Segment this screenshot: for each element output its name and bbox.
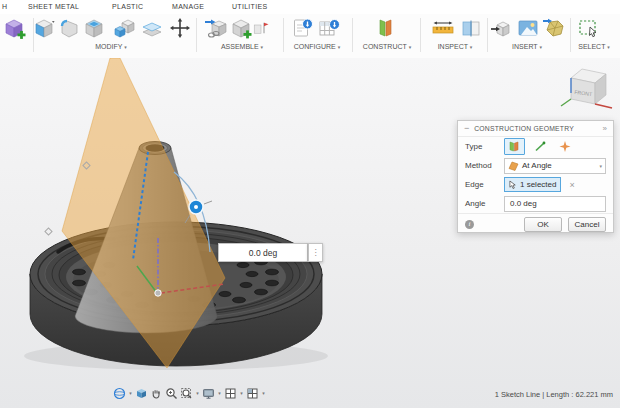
type-label: Type bbox=[465, 142, 504, 151]
chevron-down-icon: ▾ bbox=[409, 44, 412, 50]
method-value: At Angle bbox=[522, 161, 552, 170]
zoom-icon[interactable] bbox=[165, 387, 178, 400]
angle-input-menu[interactable]: ⋮ bbox=[308, 243, 323, 262]
window-zoom-icon[interactable] bbox=[180, 387, 193, 400]
angle-row: Angle 0.0 deg bbox=[458, 194, 613, 213]
tab-sheet-metal[interactable]: SHEET METAL bbox=[28, 3, 79, 10]
move-copy-icon[interactable] bbox=[168, 16, 192, 40]
toolbar-separator bbox=[196, 18, 197, 52]
chevron-down-icon: ▾ bbox=[261, 44, 264, 50]
view-cube[interactable]: FRONT bbox=[558, 62, 616, 118]
chevron-down-icon[interactable]: ▾ bbox=[128, 390, 133, 396]
plane-type-icon bbox=[507, 140, 522, 153]
chevron-down-icon: ▾ bbox=[124, 44, 127, 50]
insert-mesh-icon[interactable] bbox=[542, 16, 566, 40]
press-pull-icon[interactable] bbox=[31, 16, 55, 40]
measure-icon[interactable] bbox=[431, 16, 455, 40]
edge-row: Edge 1 selected × bbox=[458, 175, 613, 194]
chevron-down-icon: ▾ bbox=[607, 44, 610, 50]
dock-panel-icon[interactable]: » bbox=[603, 124, 607, 133]
chevron-down-icon: ▾ bbox=[599, 163, 602, 169]
viewports-icon[interactable] bbox=[246, 387, 259, 400]
edge-selection-count: 1 selected bbox=[520, 180, 556, 189]
configuration-icon[interactable] bbox=[291, 16, 315, 40]
type-row: Type bbox=[458, 137, 613, 156]
orbit-icon[interactable] bbox=[113, 387, 126, 400]
split-body-icon[interactable] bbox=[140, 16, 164, 40]
grid-icon[interactable] bbox=[224, 387, 237, 400]
edge-label: Edge bbox=[465, 180, 504, 189]
configuration-table-icon[interactable] bbox=[317, 16, 341, 40]
edge-selection-button[interactable]: 1 selected bbox=[504, 177, 561, 192]
origin-point[interactable] bbox=[155, 290, 161, 296]
toolbar-separator bbox=[570, 18, 571, 52]
insert-group-label[interactable]: INSERT ▾ bbox=[512, 43, 542, 50]
toolbar-separator bbox=[487, 18, 488, 52]
cancel-button[interactable]: Cancel bbox=[568, 217, 606, 232]
method-row: Method At Angle ▾ bbox=[458, 156, 613, 175]
joint-origin-flag-icon[interactable] bbox=[252, 16, 270, 40]
configure-group-label[interactable]: CONFIGURE ▾ bbox=[294, 43, 340, 50]
tab-partial[interactable]: H bbox=[2, 3, 7, 10]
chevron-down-icon: ▾ bbox=[338, 44, 341, 50]
cursor-icon bbox=[509, 180, 517, 190]
toolbar-separator bbox=[283, 18, 284, 52]
chevron-down-icon[interactable]: ▾ bbox=[217, 390, 222, 396]
angle-value-input[interactable]: 0.0 deg bbox=[218, 243, 308, 262]
chevron-down-icon[interactable]: ▾ bbox=[239, 390, 244, 396]
info-icon[interactable]: i bbox=[465, 220, 474, 229]
shell-icon[interactable] bbox=[82, 16, 106, 40]
display-settings-icon[interactable] bbox=[202, 387, 215, 400]
type-plane-option[interactable] bbox=[504, 138, 525, 155]
fusion-app-window: H SHEET METAL PLASTIC MANAGE UTILITIES bbox=[0, 0, 620, 408]
create-form-icon[interactable] bbox=[2, 16, 26, 40]
pan-icon[interactable] bbox=[150, 387, 163, 400]
method-label: Method bbox=[465, 161, 504, 170]
construction-plane-icon[interactable] bbox=[374, 16, 398, 40]
angle-label: Angle bbox=[465, 199, 504, 208]
look-at-icon[interactable] bbox=[135, 387, 148, 400]
dialog-header[interactable]: − CONSTRUCTION GEOMETRY » bbox=[458, 121, 613, 137]
type-axis-option[interactable] bbox=[529, 138, 550, 155]
ribbon-toolbar: MODIFY ▾ ASSEMBLE ▾ CONFIGURE ▾ CONSTRUC… bbox=[0, 14, 620, 59]
selection-status-text: 1 Sketch Line | Length : 62.221 mm bbox=[495, 390, 613, 399]
method-dropdown[interactable]: At Angle ▾ bbox=[504, 158, 606, 174]
tab-utilities[interactable]: UTILITIES bbox=[232, 3, 267, 10]
insert-derive-icon[interactable] bbox=[489, 16, 513, 40]
chevron-down-icon[interactable]: ▾ bbox=[261, 390, 266, 396]
modify-group-label[interactable]: MODIFY ▾ bbox=[95, 43, 127, 50]
fillet-icon[interactable] bbox=[57, 16, 81, 40]
canvas-icon[interactable] bbox=[516, 16, 540, 40]
clear-selection-icon[interactable]: × bbox=[569, 180, 574, 190]
navigation-dock: ▾ ▾ ▾ ▾ ▾ bbox=[113, 385, 266, 401]
at-angle-icon bbox=[508, 160, 519, 171]
toolbar-separator bbox=[352, 18, 353, 52]
select-group-label[interactable]: SELECT ▾ bbox=[578, 43, 610, 50]
dialog-footer: i OK Cancel bbox=[458, 213, 613, 234]
chevron-down-icon: ▾ bbox=[539, 44, 542, 50]
construction-geometry-dialog: − CONSTRUCTION GEOMETRY » Type Method At… bbox=[457, 120, 614, 233]
point-type-icon bbox=[558, 140, 572, 153]
chevron-down-icon[interactable]: ▾ bbox=[195, 390, 200, 396]
angle-field-value: 0.0 deg bbox=[510, 199, 537, 208]
construct-group-label[interactable]: CONSTRUCT ▾ bbox=[363, 43, 411, 50]
ok-button[interactable]: OK bbox=[524, 217, 562, 232]
section-analysis-icon[interactable] bbox=[459, 16, 483, 40]
tab-manage[interactable]: MANAGE bbox=[172, 3, 204, 10]
chevron-down-icon: ▾ bbox=[470, 44, 473, 50]
collapse-icon[interactable]: − bbox=[464, 124, 469, 133]
assemble-group-label[interactable]: ASSEMBLE ▾ bbox=[221, 43, 263, 50]
type-point-option[interactable] bbox=[554, 138, 575, 155]
y-axis-indicator bbox=[561, 99, 571, 106]
tab-plastic[interactable]: PLASTIC bbox=[112, 3, 143, 10]
ribbon-tabbar: H SHEET METAL PLASTIC MANAGE UTILITIES bbox=[0, 0, 620, 14]
x-axis-indicator bbox=[595, 104, 612, 108]
constraint-glyph bbox=[45, 228, 52, 235]
select-marquee-icon[interactable] bbox=[576, 16, 600, 40]
joint-icon[interactable] bbox=[204, 16, 228, 40]
inspect-group-label[interactable]: INSPECT ▾ bbox=[438, 43, 473, 50]
dialog-title: CONSTRUCTION GEOMETRY bbox=[474, 125, 602, 132]
combine-icon[interactable] bbox=[112, 16, 136, 40]
angle-field[interactable]: 0.0 deg bbox=[504, 196, 606, 212]
new-component-icon[interactable] bbox=[229, 16, 253, 40]
